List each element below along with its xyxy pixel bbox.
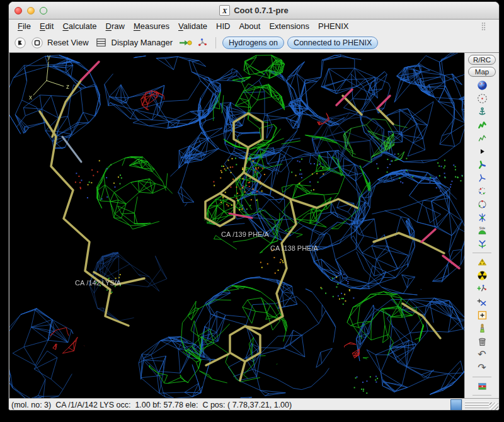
status-bar: (mol. no: 3) CA /1/A/142 LYS occ: 1.00 b… — [9, 398, 499, 411]
map-button[interactable]: Map — [468, 67, 496, 77]
close-button[interactable] — [14, 7, 22, 14]
menu-hid[interactable]: HID — [212, 20, 234, 32]
add-atom-icon[interactable] — [474, 295, 490, 308]
main-content: R/RC Map Side↶↷ — [9, 52, 499, 398]
gl-canvas[interactable] — [9, 53, 464, 398]
right-toolbar-panel: R/RC Map Side↶↷ — [464, 52, 499, 398]
green-arrow-icon[interactable] — [178, 36, 192, 50]
flip-peptide-icon[interactable] — [474, 237, 490, 250]
menu-measures[interactable]: Measures — [129, 20, 174, 32]
display-manager-button[interactable]: Display Manager — [112, 38, 173, 47]
rigid-body-fit-icon[interactable] — [474, 145, 490, 157]
sphere-radius-icon[interactable] — [474, 92, 490, 105]
redo-icon[interactable]: ↷ — [474, 362, 490, 374]
status-scroll-thumb — [450, 399, 462, 411]
toolbar-separator — [472, 395, 491, 396]
svg-text:Side: Side — [479, 227, 485, 230]
run-refmac-icon[interactable] — [474, 269, 490, 282]
x11-icon: X — [219, 5, 230, 16]
rrc-button[interactable]: R/RC — [468, 55, 496, 65]
menubar-grip[interactable] — [481, 22, 486, 30]
display-manager-icon[interactable] — [94, 36, 108, 50]
molecule-icon[interactable] — [195, 36, 209, 50]
torsion-general-icon[interactable] — [474, 198, 490, 210]
window-title: Coot 0.7.1-pre — [234, 6, 289, 15]
auto-fit-rotamer-icon[interactable] — [474, 158, 490, 171]
title-bar[interactable]: X Coot 0.7.1-pre — [9, 2, 499, 20]
menu-extensions[interactable]: Extensions — [265, 20, 314, 32]
desktop: { "window": { "title": "Coot 0.7.1-pre",… — [0, 0, 504, 422]
jiggle-fit-icon[interactable] — [474, 211, 490, 224]
hydrogens-toggle-button[interactable]: Hydrogens on — [222, 37, 284, 49]
phenix-connection-button[interactable]: Connected to PHENIX — [287, 37, 378, 49]
rotate-sphere-icon[interactable] — [474, 79, 490, 91]
menu-about[interactable]: About — [234, 20, 265, 32]
menu-phenix[interactable]: PHENIX — [314, 20, 353, 32]
mutate-icon[interactable] — [474, 322, 490, 334]
minimize-button[interactable] — [27, 7, 35, 14]
coot-window: X Coot 0.7.1-pre File Edit Calculate Dra… — [8, 1, 500, 411]
window-title-area: X Coot 0.7.1-pre — [9, 5, 499, 16]
status-text: (mol. no: 3) CA /1/A/142 LYS occ: 1.00 b… — [9, 399, 450, 411]
main-toolbar: Reset View Display Manager Hydrogens on … — [9, 33, 499, 52]
gl-viewport — [9, 52, 464, 398]
menu-draw[interactable]: Draw — [101, 20, 129, 32]
reset-view-button[interactable]: Reset View — [47, 38, 89, 47]
anchor-icon[interactable] — [474, 105, 490, 118]
toolbar-separator — [472, 377, 491, 377]
place-atom-pointer-icon[interactable] — [474, 309, 490, 321]
regularize-icon[interactable] — [474, 132, 490, 144]
resize-grip[interactable] — [490, 402, 498, 411]
real-space-refine-icon[interactable] — [474, 118, 490, 131]
statusbar-corner — [462, 399, 499, 411]
zoom-button[interactable] — [40, 7, 47, 14]
rotamers-icon[interactable] — [474, 171, 490, 184]
nav-back-icon[interactable] — [13, 36, 27, 50]
toolbar-separator — [215, 37, 216, 48]
toolbar-separator — [472, 253, 491, 253]
menu-bar: File Edit Calculate Draw Measures Valida… — [9, 20, 499, 33]
undo-icon[interactable]: ↶ — [474, 348, 490, 361]
side-chain-180-icon[interactable]: Side — [474, 224, 490, 237]
edit-chi-angles-icon[interactable] — [474, 185, 490, 197]
menu-file[interactable]: File — [13, 20, 35, 32]
right-icon-strip: Side↶↷ — [465, 79, 499, 398]
menu-validate[interactable]: Validate — [174, 20, 212, 32]
nav-stop-icon[interactable] — [30, 36, 44, 50]
toolbar-handle-lines — [465, 402, 489, 408]
add-alt-conf-icon[interactable] — [474, 256, 490, 268]
menu-edit[interactable]: Edit — [35, 20, 58, 32]
keyboard-flag-icon[interactable] — [474, 380, 490, 392]
menu-calculate[interactable]: Calculate — [58, 20, 101, 32]
window-controls — [9, 7, 47, 14]
delete-icon[interactable] — [474, 335, 490, 348]
add-terminal-residue-icon[interactable] — [474, 282, 490, 295]
